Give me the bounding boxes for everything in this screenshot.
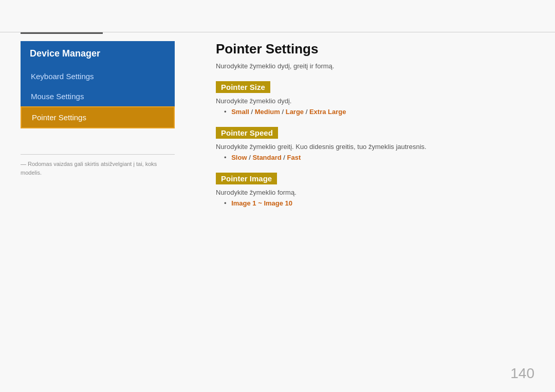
section-pointer-image: Pointer Image Nurodykite žymeklio formą.…: [216, 173, 534, 207]
section-heading-size: Pointer Size: [216, 81, 270, 93]
section-desc-image: Nurodykite žymeklio formą.: [216, 189, 534, 196]
speed-options-item: Slow / Standard / Fast: [224, 154, 534, 161]
section-pointer-size: Pointer Size Nurodykite žymeklio dydį. S…: [216, 81, 534, 116]
top-bar-line: [0, 32, 555, 32]
main-content: Pointer Settings Nurodykite žymeklio dyd…: [216, 41, 534, 218]
sidebar-note: — Rodomas vaizdas gali skirtis atsižvelg…: [21, 154, 175, 177]
sidebar: Device Manager Keyboard Settings Mouse S…: [21, 41, 175, 128]
sidebar-item-mouse[interactable]: Mouse Settings: [21, 86, 175, 106]
page-subtitle: Nurodykite žymeklio dydį, greitį ir form…: [216, 62, 534, 70]
sidebar-item-pointer[interactable]: Pointer Settings: [21, 106, 175, 128]
section-options-image: Image 1 ~ Image 10: [216, 199, 534, 207]
page-number: 140: [510, 365, 534, 382]
section-heading-image: Pointer Image: [216, 173, 277, 184]
page-title: Pointer Settings: [216, 41, 534, 57]
size-extralarge: Extra Large: [309, 108, 346, 116]
speed-slow: Slow: [231, 154, 247, 161]
speed-standard: Standard: [252, 154, 281, 161]
image-options-item: Image 1 ~ Image 10: [224, 199, 534, 207]
speed-fast: Fast: [287, 154, 301, 161]
section-options-size: Small / Medium / Large / Extra Large: [216, 108, 534, 116]
size-large: Large: [286, 108, 304, 116]
section-options-speed: Slow / Standard / Fast: [216, 154, 534, 161]
sidebar-item-keyboard[interactable]: Keyboard Settings: [21, 66, 175, 86]
section-desc-speed: Nurodykite žymeklio greitį. Kuo didesnis…: [216, 143, 534, 151]
section-pointer-speed: Pointer Speed Nurodykite žymeklio greitį…: [216, 127, 534, 161]
size-medium: Medium: [255, 108, 280, 116]
size-small: Small: [231, 108, 249, 116]
section-desc-size: Nurodykite žymeklio dydį.: [216, 97, 534, 105]
size-options-item: Small / Medium / Large / Extra Large: [224, 108, 534, 116]
section-heading-speed: Pointer Speed: [216, 127, 278, 139]
sidebar-header: Device Manager: [21, 41, 175, 66]
image-range: Image 1 ~ Image 10: [231, 199, 292, 207]
